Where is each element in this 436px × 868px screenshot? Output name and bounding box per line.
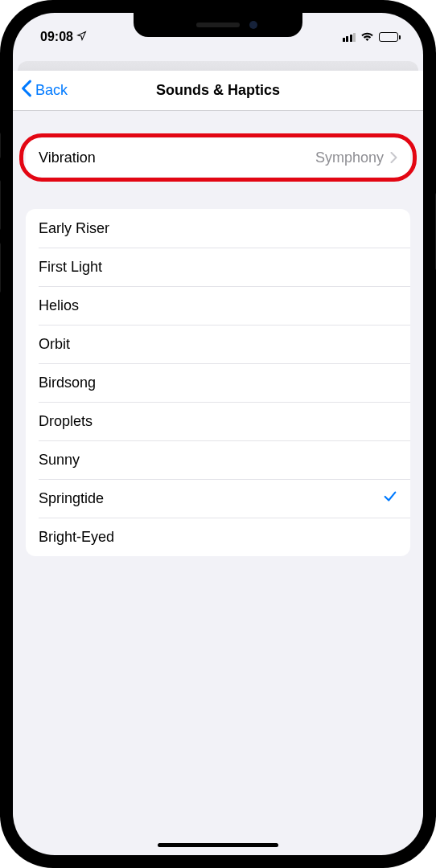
checkmark-icon [383,489,397,508]
volume-up-button [0,180,1,230]
vibration-detail: Symphony [315,149,397,166]
volume-down-button [0,243,1,293]
location-icon [76,30,87,44]
sound-row[interactable]: Bright-Eyed [26,518,410,556]
sound-row[interactable]: Helios [26,286,410,325]
page-title: Sounds & Haptics [156,82,280,99]
sound-row[interactable]: Springtide [26,479,410,518]
screen: 09:08 [13,13,423,855]
content: Vibration Symphony Early RiserFirs [13,138,423,556]
battery-icon [379,32,401,42]
wifi-icon [360,32,374,42]
device-frame: 09:08 [0,0,436,868]
vibration-label: Vibration [39,149,96,166]
status-right [343,32,401,42]
sound-row[interactable]: Early Riser [26,209,410,248]
back-button[interactable]: Back [21,71,68,110]
sound-name: Orbit [39,336,70,353]
vibration-section: Vibration Symphony [26,138,410,177]
sound-name: Sunny [39,452,80,469]
notch [134,13,302,37]
back-label: Back [35,82,68,99]
sound-name: Helios [39,297,79,314]
sounds-list: Early RiserFirst LightHeliosOrbitBirdson… [26,209,410,556]
chevron-left-icon [21,80,32,100]
speaker-grille [196,23,240,27]
sound-name: Birdsong [39,375,96,391]
sound-row[interactable]: First Light [26,248,410,286]
status-left: 09:08 [40,30,87,44]
nav-header: Back Sounds & Haptics [13,71,423,111]
silent-switch [0,133,1,158]
sound-row[interactable]: Orbit [26,325,410,363]
cellular-signal-icon [343,33,356,42]
vibration-group: Vibration Symphony [26,138,410,177]
sound-row[interactable]: Sunny [26,440,410,479]
sound-row[interactable]: Droplets [26,402,410,440]
vibration-value: Symphony [315,149,384,166]
sound-name: Early Riser [39,220,109,237]
vibration-row[interactable]: Vibration Symphony [26,138,410,177]
sound-name: Droplets [39,413,93,430]
status-time: 09:08 [40,30,73,44]
sound-row[interactable]: Birdsong [26,363,410,402]
sound-name: First Light [39,259,102,276]
front-camera [249,21,257,29]
sound-name: Bright-Eyed [39,529,114,546]
home-indicator[interactable] [158,843,278,847]
sound-name: Springtide [39,490,104,507]
sounds-section: Early RiserFirst LightHeliosOrbitBirdson… [26,209,410,556]
chevron-right-icon [390,149,397,166]
